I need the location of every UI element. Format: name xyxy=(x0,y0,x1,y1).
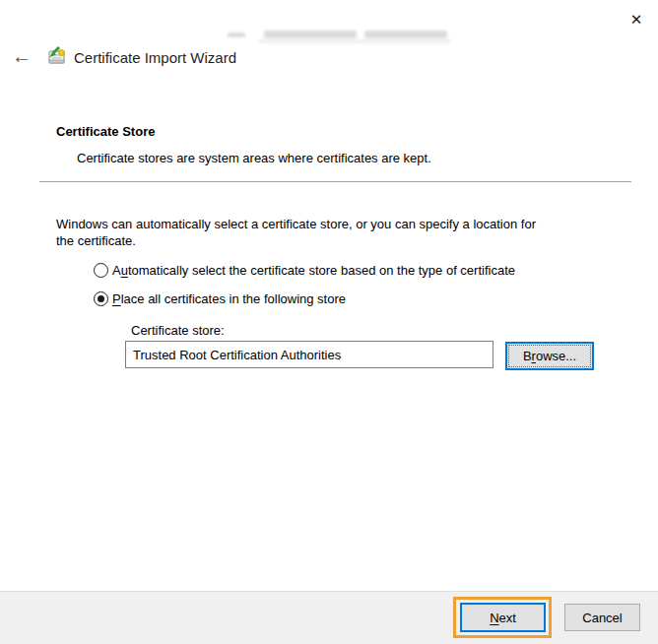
intro-text: Windows can automatically select a certi… xyxy=(56,216,536,249)
radio-icon-selected[interactable] xyxy=(94,291,108,306)
divider xyxy=(39,181,631,182)
certificate-store-input[interactable]: Trusted Root Certification Authorities xyxy=(125,341,494,368)
radio-place-all-certificates[interactable]: Place all certificates in the following … xyxy=(94,291,346,306)
section-title: Certificate Store xyxy=(56,124,155,139)
certificate-store-value: Trusted Root Certification Authorities xyxy=(133,348,341,362)
certificate-store-label: Certificate store: xyxy=(131,323,225,338)
next-button[interactable]: Next xyxy=(460,603,546,632)
blurred-artifact xyxy=(364,31,447,38)
blurred-artifact xyxy=(258,39,451,43)
next-button-label: Next xyxy=(490,611,516,625)
radio-automatically-select[interactable]: Automatically select the certificate sto… xyxy=(94,263,515,278)
wizard-title: Certificate Import Wizard xyxy=(74,49,236,66)
blurred-artifact xyxy=(264,31,357,38)
back-arrow-icon[interactable]: ← xyxy=(8,43,35,69)
radio-label: Place all certificates in the following … xyxy=(112,291,346,306)
blurred-artifact xyxy=(228,32,245,37)
cancel-button-label: Cancel xyxy=(582,611,622,625)
certificate-import-icon xyxy=(45,45,67,67)
intro-line-1: Windows can automatically select a certi… xyxy=(56,216,536,232)
cancel-button[interactable]: Cancel xyxy=(564,604,640,631)
browse-button[interactable]: Browse... xyxy=(505,342,594,370)
radio-label: Automatically select the certificate sto… xyxy=(112,263,515,278)
footer-bar xyxy=(0,591,658,644)
section-subtitle: Certificate stores are system areas wher… xyxy=(77,151,431,165)
close-icon[interactable]: ✕ xyxy=(623,6,650,33)
intro-line-2: the certificate. xyxy=(56,232,536,249)
radio-icon[interactable] xyxy=(94,263,108,278)
browse-button-label: Browse... xyxy=(523,349,576,363)
